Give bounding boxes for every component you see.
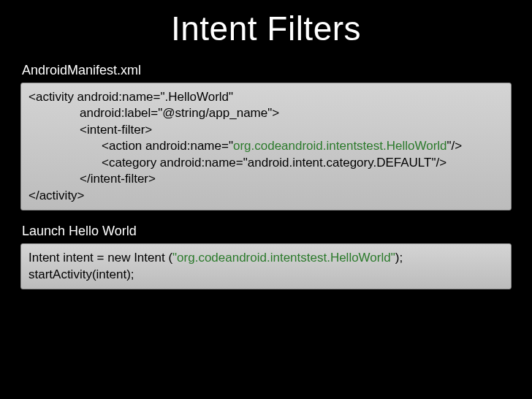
code-line: android:label="@string/app_name"> — [28, 105, 503, 121]
code-line: startActivity(intent); — [28, 267, 503, 283]
code-box-manifest: <activity android:name=".HelloWorld" and… — [20, 83, 512, 210]
code-line: <action android:name="org.codeandroid.in… — [28, 138, 503, 154]
slide-title: Intent Filters — [20, 9, 512, 48]
code-line: <intent-filter> — [28, 122, 503, 138]
code-line: </activity> — [28, 188, 503, 204]
section-label-manifest: AndroidManifest.xml — [22, 63, 512, 78]
code-line: <activity android:name=".HelloWorld" — [28, 89, 503, 105]
code-line: <category android:name="android.intent.c… — [28, 155, 503, 171]
code-line: Intent intent = new Intent ("org.codeand… — [28, 250, 503, 266]
code-box-launch: Intent intent = new Intent ("org.codeand… — [20, 243, 512, 289]
section-label-launch: Launch Hello World — [22, 224, 512, 239]
code-line: </intent-filter> — [28, 171, 503, 187]
